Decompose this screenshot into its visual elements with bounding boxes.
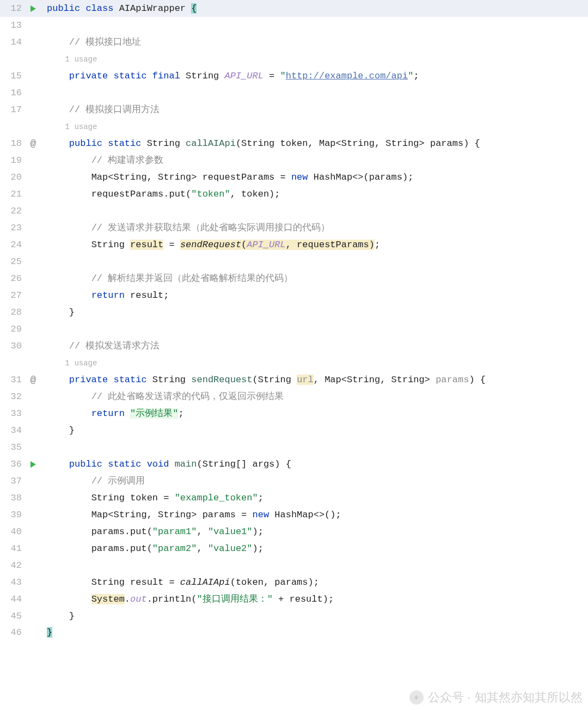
token: = <box>264 71 280 81</box>
code-line[interactable]: 35 <box>0 439 588 456</box>
line-number: 35 <box>0 442 25 452</box>
code-line[interactable]: 46} <box>0 625 588 640</box>
code-content[interactable]: // 此处省略发送请求的代码，仅返回示例结果 <box>47 388 284 405</box>
code-line[interactable]: 21 requestParams.put("token", token); <box>0 186 588 203</box>
code-content[interactable]: Map<String, String> requestParams = new … <box>47 169 413 186</box>
code-line[interactable]: 42 <box>0 557 588 574</box>
token: static <box>113 71 146 81</box>
code-line[interactable]: 30 // 模拟发送请求方法 <box>0 338 588 354</box>
code-line[interactable]: 1 usage <box>0 118 588 135</box>
line-number: 28 <box>0 307 25 317</box>
code-line[interactable]: 1 usage <box>0 354 588 371</box>
code-line[interactable]: 17 // 模拟接口调用方法 <box>0 101 588 118</box>
code-content[interactable]: params.put("param1", "value1"); <box>47 523 264 540</box>
code-content[interactable]: public static String callAIApi(String to… <box>47 135 480 152</box>
token <box>102 459 108 469</box>
token: "示例结果" <box>130 408 178 419</box>
line-number: 34 <box>0 425 25 436</box>
code-content[interactable]: // 解析结果并返回（此处省略解析结果的代码） <box>47 270 293 287</box>
code-content[interactable]: System.out.println("接口调用结果：" + result); <box>47 591 334 608</box>
code-content[interactable]: // 示例调用 <box>47 473 145 489</box>
code-content[interactable]: params.put("param2", "value2"); <box>47 540 264 557</box>
usage-hint[interactable]: 1 usage <box>47 354 97 372</box>
code-line[interactable]: 28 } <box>0 304 588 321</box>
code-content[interactable]: return result; <box>47 287 169 304</box>
code-line[interactable]: 24 String result = sendRequest(API_URL, … <box>0 236 588 253</box>
code-content[interactable]: public static void main(String[] args) { <box>47 456 291 473</box>
code-content[interactable]: requestParams.put("token", token); <box>47 186 280 203</box>
token: API_URL <box>225 71 264 81</box>
code-content[interactable]: // 模拟接口调用方法 <box>47 101 160 118</box>
token: ); <box>253 543 264 554</box>
code-line[interactable]: 43 String result = callAIApi(token, para… <box>0 574 588 591</box>
code-content[interactable]: } <box>47 608 75 625</box>
code-content[interactable]: private static final String API_URL = "h… <box>47 68 419 84</box>
code-content[interactable]: // 模拟发送请求方法 <box>47 338 160 354</box>
code-line[interactable]: 12public class AIApiWrapper { <box>0 0 588 17</box>
code-line[interactable]: 1 usage <box>0 51 588 68</box>
code-content[interactable]: String result = callAIApi(token, params)… <box>47 574 319 591</box>
code-line[interactable]: 36 public static void main(String[] args… <box>0 456 588 473</box>
line-number: 43 <box>0 577 25 587</box>
usage-hint[interactable]: 1 usage <box>47 118 97 136</box>
line-number: 42 <box>0 560 25 571</box>
code-line[interactable]: 32 // 此处省略发送请求的代码，仅返回示例结果 <box>0 388 588 405</box>
code-content[interactable]: String token = "example_token"; <box>47 489 264 506</box>
token: { <box>191 3 197 14</box>
code-line[interactable]: 33 return "示例结果"; <box>0 405 588 422</box>
run-gutter-icon[interactable] <box>30 461 36 468</box>
token: } <box>47 627 52 638</box>
code-line[interactable]: 41 params.put("param2", "value2"); <box>0 540 588 557</box>
code-content[interactable]: } <box>47 304 75 321</box>
code-line[interactable]: 16 <box>0 84 588 101</box>
code-content[interactable]: String result = sendRequest(API_URL, req… <box>47 236 380 253</box>
code-line[interactable]: 37 // 示例调用 <box>0 473 588 489</box>
code-line[interactable]: 20 Map<String, String> requestParams = n… <box>0 169 588 186</box>
code-line[interactable]: 27 return result; <box>0 287 588 304</box>
code-line[interactable]: 26 // 解析结果并返回（此处省略解析结果的代码） <box>0 270 588 287</box>
token: "value2" <box>208 543 253 554</box>
code-line[interactable]: 38 String token = "example_token"; <box>0 489 588 506</box>
code-content[interactable]: } <box>47 624 52 640</box>
token: + result); <box>273 594 334 604</box>
code-line[interactable]: 44 System.out.println("接口调用结果：" + result… <box>0 591 588 608</box>
code-line[interactable]: 40 params.put("param1", "value1"); <box>0 523 588 540</box>
code-line[interactable]: 25 <box>0 253 588 270</box>
code-line[interactable]: 18@ public static String callAIApi(Strin… <box>0 135 588 152</box>
line-number: 20 <box>0 172 25 182</box>
code-line[interactable]: 34 } <box>0 422 588 439</box>
token: } <box>69 307 75 317</box>
override-gutter-icon[interactable]: @ <box>28 375 38 385</box>
code-line[interactable]: 13 <box>0 17 588 34</box>
code-content[interactable]: public class AIApiWrapper { <box>47 0 197 17</box>
code-line[interactable]: 29 <box>0 321 588 338</box>
code-content[interactable]: private static String sendRequest(String… <box>47 371 486 388</box>
usage-hint[interactable]: 1 usage <box>47 51 97 68</box>
token: static <box>108 459 141 469</box>
code-line[interactable]: 15 private static final String API_URL =… <box>0 68 588 84</box>
code-content[interactable]: return "示例结果"; <box>47 405 184 422</box>
token: params <box>436 375 469 385</box>
code-line[interactable]: 19 // 构建请求参数 <box>0 152 588 169</box>
token: String <box>147 375 192 385</box>
token: String token = <box>91 493 175 503</box>
token <box>141 459 146 469</box>
code-content[interactable]: // 模拟接口地址 <box>47 34 141 51</box>
token: String <box>141 138 186 149</box>
override-gutter-icon[interactable]: @ <box>28 139 38 149</box>
run-gutter-icon[interactable] <box>30 5 36 12</box>
code-content[interactable]: // 发送请求并获取结果（此处省略实际调用接口的代码） <box>47 219 330 236</box>
token <box>147 71 152 81</box>
code-line[interactable]: 31@ private static String sendRequest(St… <box>0 371 588 388</box>
code-line[interactable]: 22 <box>0 203 588 219</box>
code-content[interactable]: } <box>47 422 75 439</box>
code-line[interactable]: 23 // 发送请求并获取结果（此处省略实际调用接口的代码） <box>0 219 588 236</box>
token: params.put( <box>91 543 152 554</box>
code-line[interactable]: 14 // 模拟接口地址 <box>0 34 588 51</box>
code-editor[interactable]: 12public class AIApiWrapper {1314 // 模拟接… <box>0 0 588 640</box>
token: static <box>108 138 141 149</box>
code-content[interactable]: Map<String, String> params = new HashMap… <box>47 506 341 523</box>
code-line[interactable]: 45 } <box>0 608 588 625</box>
code-line[interactable]: 39 Map<String, String> params = new Hash… <box>0 506 588 523</box>
code-content[interactable]: // 构建请求参数 <box>47 152 163 169</box>
